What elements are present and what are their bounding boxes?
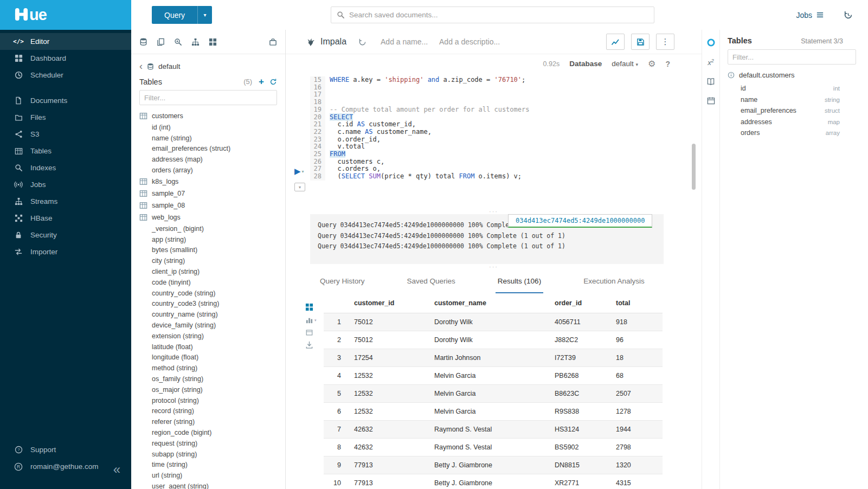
table-item[interactable]: sample_07	[139, 188, 285, 200]
refresh-icon[interactable]	[269, 78, 277, 86]
column-item[interactable]: name (string)	[139, 133, 285, 144]
resize-handle[interactable]: ···	[286, 264, 702, 269]
right-column-item[interactable]: idint	[728, 83, 860, 94]
window-icon[interactable]	[305, 329, 324, 336]
column-item[interactable]: protocol (string)	[139, 395, 285, 406]
column-item[interactable]: code (tinyint)	[139, 277, 285, 288]
column-item[interactable]: country_name (string)	[139, 309, 285, 320]
save-button[interactable]	[631, 34, 650, 50]
table-item[interactable]: customers	[139, 110, 285, 122]
apps-icon[interactable]	[209, 38, 217, 46]
sidebar-item-security[interactable]: Security	[0, 227, 131, 243]
column-item[interactable]: device_family (string)	[139, 320, 285, 331]
snippet-history-icon[interactable]	[358, 38, 367, 46]
column-item[interactable]: country_code3 (string)	[139, 299, 285, 310]
sidebar-item-hbase[interactable]: HBase	[0, 210, 131, 227]
table-item[interactable]: web_logs	[139, 211, 285, 223]
column-item[interactable]: os_major (string)	[139, 384, 285, 395]
snippet-settings-button[interactable]: ▾	[294, 183, 305, 191]
assistant-icon[interactable]	[706, 38, 716, 47]
column-item[interactable]: request (string)	[139, 438, 285, 449]
functions-icon[interactable]: x2	[708, 58, 714, 67]
jobs-link[interactable]: Jobs	[796, 11, 824, 20]
table-row[interactable]: 275012Dorothy WilkJ882C296	[324, 331, 663, 349]
bag-icon[interactable]	[269, 38, 277, 46]
column-item[interactable]: app (string)	[139, 234, 285, 245]
execute-button[interactable]: ▶▾	[294, 166, 304, 176]
resize-handle[interactable]: ···	[286, 209, 702, 214]
column-item[interactable]: os_family (string)	[139, 374, 285, 384]
right-column-item[interactable]: namestring	[728, 94, 860, 106]
column-item[interactable]: orders (array)	[139, 165, 285, 176]
column-item[interactable]: subapp (string)	[139, 449, 285, 460]
column-item[interactable]: addresses (map)	[139, 154, 285, 165]
sidebar-item-user[interactable]: Rromain@gethue.com	[0, 458, 131, 475]
sidebar-item-documents[interactable]: Documents	[0, 92, 131, 109]
table-item[interactable]: k8s_logs	[139, 176, 285, 188]
settings-gear-icon[interactable]: ⚙	[648, 59, 655, 69]
column-item[interactable]: id (int)	[139, 122, 285, 133]
search-input[interactable]	[349, 11, 648, 19]
sidebar-item-files[interactable]: Files	[0, 109, 131, 126]
column-item[interactable]: bytes (smallint)	[139, 245, 285, 256]
sidebar-item-indexes[interactable]: Indexes	[0, 159, 131, 176]
tab-saved-queries[interactable]: Saved Queries	[405, 269, 458, 293]
query-dropdown-button[interactable]: ▾	[197, 6, 212, 24]
download-icon[interactable]	[305, 341, 324, 349]
column-item[interactable]: referer (string)	[139, 416, 285, 427]
databases-icon[interactable]	[139, 37, 147, 46]
breadcrumb-database[interactable]: default	[158, 62, 181, 70]
language-reference-icon[interactable]	[706, 78, 715, 86]
table-row[interactable]: 977913Betty J. GiambroneDN88151320	[324, 456, 663, 474]
right-column-item[interactable]: email_preferencesstruct	[728, 105, 860, 117]
zoom-in-icon[interactable]	[174, 38, 182, 46]
query-name-input[interactable]: Add a name...	[381, 37, 430, 46]
column-header[interactable]: customer_id	[350, 293, 430, 313]
table-row[interactable]: 612532Melvin GarciaR9S8381278	[324, 403, 663, 421]
column-header[interactable]: customer_name	[430, 293, 550, 313]
table-item[interactable]: sample_08	[139, 200, 285, 211]
column-item[interactable]: method (string)	[139, 363, 285, 374]
right-filter-input[interactable]	[728, 49, 856, 65]
right-column-item[interactable]: addressesmap	[728, 117, 860, 128]
sidebar-collapse-icon[interactable]: «	[113, 463, 120, 476]
sidebar-item-dashboard[interactable]: Dashboard	[0, 50, 131, 67]
column-item[interactable]: time (string)	[139, 460, 285, 471]
table-row[interactable]: 175012Dorothy Wilk4056711918	[324, 313, 663, 331]
chart-button[interactable]	[606, 34, 625, 50]
table-row[interactable]: 412532Melvin GarciaPB626868	[324, 367, 663, 385]
column-item[interactable]: email_preferences (struct)	[139, 144, 285, 155]
column-item[interactable]: region_code (bigint)	[139, 427, 285, 438]
sidebar-item-support[interactable]: ?Support	[0, 441, 131, 458]
column-item[interactable]: latitude (float)	[139, 342, 285, 352]
column-item[interactable]: user_agent (string)	[139, 481, 285, 489]
tab-execution-analysis[interactable]: Execution Analysis	[581, 269, 647, 293]
table-row[interactable]: 317254Martin JohnsonI72T3918	[324, 349, 663, 367]
column-item[interactable]: client_ip (string)	[139, 266, 285, 277]
help-icon[interactable]: ?	[665, 60, 670, 68]
tab-query-history[interactable]: Query History	[318, 269, 367, 293]
column-item[interactable]: _version_ (bigint)	[139, 223, 285, 234]
database-selector[interactable]: default ▾	[612, 60, 638, 68]
copy-icon[interactable]	[157, 38, 165, 46]
sidebar-item-streams[interactable]: Streams	[0, 193, 131, 210]
column-item[interactable]: longitude (float)	[139, 352, 285, 363]
sidebar-item-s3[interactable]: S3	[0, 126, 131, 143]
table-row[interactable]: 512532Melvin GarciaB8623C2507	[324, 385, 663, 403]
query-history-icon[interactable]	[844, 10, 853, 20]
back-chevron-icon[interactable]: ‹	[139, 61, 143, 71]
table-row[interactable]: 1077913Betty J. GiambroneXR27714315	[324, 474, 663, 489]
active-table-row[interactable]: default.customers	[728, 71, 860, 79]
table-row[interactable]: 742632Raymond S. VestalHS31241944	[324, 421, 663, 439]
more-options-button[interactable]: ⋮	[656, 34, 674, 50]
sidebar-item-scheduler[interactable]: Scheduler	[0, 67, 131, 83]
query-button[interactable]: Query	[152, 6, 197, 24]
table-filter-input[interactable]	[139, 90, 277, 105]
column-item[interactable]: extension (string)	[139, 331, 285, 342]
sidebar-item-jobs[interactable]: Jobs	[0, 176, 131, 193]
sidebar-item-importer[interactable]: Importer	[0, 243, 131, 260]
sidebar-item-editor[interactable]: </>Editor	[0, 33, 131, 50]
sidebar-item-tables[interactable]: Tables	[0, 143, 131, 159]
hue-logo[interactable]: ue	[0, 0, 131, 30]
tab-results-106-[interactable]: Results (106)	[496, 269, 543, 293]
